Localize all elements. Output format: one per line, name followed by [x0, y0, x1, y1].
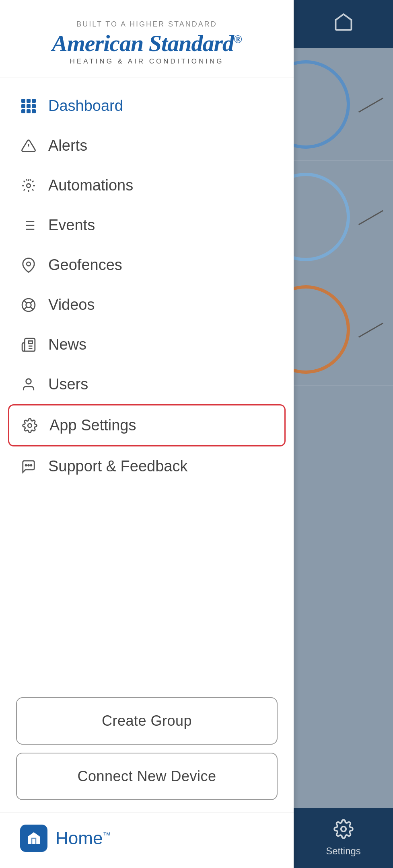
- svg-point-13: [26, 302, 31, 307]
- events-label: Events: [48, 217, 95, 234]
- sidebar-item-videos[interactable]: Videos: [0, 285, 294, 325]
- list-icon: [20, 218, 37, 233]
- svg-point-11: [27, 262, 31, 266]
- brand-logo: American Standard®: [52, 32, 242, 55]
- brand-subtitle: HEATING & AIR CONDITIONING: [70, 57, 224, 66]
- support-label: Support & Feedback: [48, 458, 187, 475]
- svg-line-17: [24, 307, 27, 309]
- svg-point-23: [28, 465, 29, 466]
- svg-line-3: [26, 179, 27, 180]
- dashboard-label: Dashboard: [48, 97, 123, 115]
- automations-label: Automations: [48, 177, 133, 194]
- sidebar-item-events[interactable]: Events: [0, 205, 294, 245]
- divider-2: [358, 210, 383, 225]
- film-icon: [20, 297, 37, 313]
- svg-point-24: [25, 465, 27, 466]
- sidebar-item-app-settings[interactable]: App Settings: [8, 404, 286, 446]
- sidebar-item-automations[interactable]: Automations: [0, 166, 294, 205]
- users-label: Users: [48, 376, 88, 393]
- grid-icon: [20, 99, 37, 113]
- home-logo-text: Home™: [56, 828, 111, 848]
- alert-triangle-icon: [20, 138, 37, 154]
- svg-line-16: [30, 300, 33, 303]
- svg-point-2: [27, 184, 31, 188]
- automations-icon: [20, 178, 37, 193]
- sidebar-item-users[interactable]: Users: [0, 364, 294, 404]
- settings-tab[interactable]: Settings: [326, 819, 361, 857]
- action-buttons-area: Create Group Connect New Device: [0, 689, 294, 812]
- sidebar-item-dashboard[interactable]: Dashboard: [0, 86, 294, 126]
- brand-header: BUILT TO A HIGHER STANDARD American Stan…: [0, 0, 294, 78]
- sidebar-item-news[interactable]: News: [0, 325, 294, 364]
- sidebar-footer: Home™: [0, 812, 294, 868]
- videos-label: Videos: [48, 296, 95, 313]
- svg-line-14: [24, 300, 27, 303]
- news-label: News: [48, 336, 86, 353]
- svg-line-4: [30, 179, 31, 180]
- svg-point-25: [31, 465, 32, 466]
- main-bottom-bar: Settings: [294, 808, 393, 868]
- svg-rect-20: [29, 341, 33, 343]
- svg-point-22: [28, 424, 32, 428]
- thermostat-slice-2: [294, 161, 393, 273]
- main-top-bar: [294, 0, 393, 48]
- settings-tab-label: Settings: [326, 845, 361, 857]
- app-settings-label: App Settings: [49, 417, 136, 434]
- home-logo-icon: [20, 825, 47, 852]
- sidebar-item-geofences[interactable]: Geofences: [0, 245, 294, 285]
- nav-list: Dashboard Alerts: [0, 78, 294, 689]
- create-group-button[interactable]: Create Group: [16, 697, 278, 745]
- divider-1: [358, 97, 383, 113]
- divider-3: [358, 322, 383, 338]
- settings-tab-icon: [333, 819, 354, 843]
- main-panel: Settings: [294, 0, 393, 868]
- map-pin-icon: [20, 258, 37, 273]
- sidebar: BUILT TO A HIGHER STANDARD American Stan…: [0, 0, 294, 868]
- sidebar-item-alerts[interactable]: Alerts: [0, 126, 294, 166]
- svg-point-26: [341, 827, 346, 832]
- svg-line-15: [30, 307, 33, 309]
- alerts-label: Alerts: [48, 137, 87, 154]
- newspaper-icon: [20, 337, 37, 352]
- thermostats-area: [294, 48, 393, 808]
- sidebar-item-support[interactable]: Support & Feedback: [0, 446, 294, 486]
- thermostat-slice-1: [294, 48, 393, 161]
- thermostat-slice-3: [294, 273, 393, 386]
- connect-device-button[interactable]: Connect New Device: [16, 753, 278, 800]
- brand-tagline: BUILT TO A HIGHER STANDARD: [76, 20, 217, 29]
- user-icon: [20, 377, 37, 392]
- geofences-label: Geofences: [48, 256, 122, 274]
- gear-icon: [21, 418, 38, 433]
- home-nav-icon[interactable]: [333, 12, 354, 37]
- svg-point-21: [26, 379, 31, 384]
- support-icon: [20, 459, 37, 474]
